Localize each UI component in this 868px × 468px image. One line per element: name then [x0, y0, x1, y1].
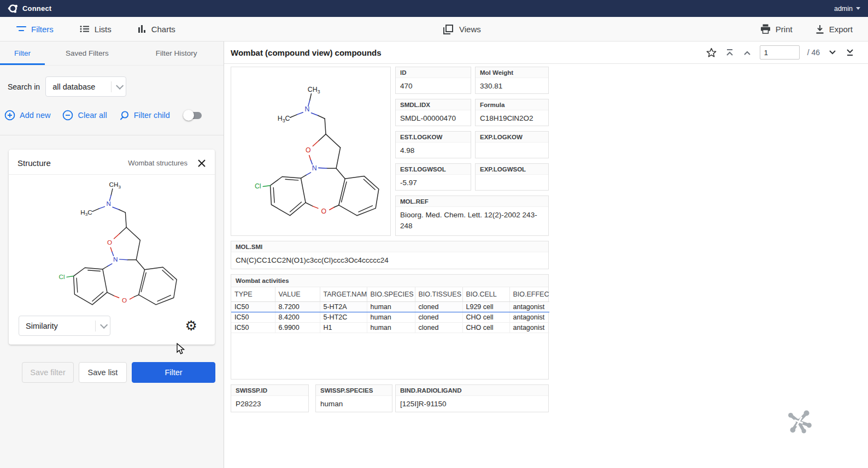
field-mol-smi: MOL.SMI CN(C)CC1CC2N(O1)c3cc(Cl)ccc3Oc4c… [231, 241, 549, 269]
toolbar-filters-label: Filters [31, 25, 54, 34]
search-in-label: Search in [8, 82, 40, 91]
gear-icon[interactable]: ⚙ [185, 319, 197, 333]
chevron-down-icon [100, 321, 108, 328]
toolbar-views[interactable]: Views [443, 17, 481, 42]
user-caret-icon [856, 7, 860, 10]
tab-filter[interactable]: Filter [0, 42, 45, 65]
activities-title: Wombat activities [231, 275, 548, 287]
user-name: admin [834, 5, 853, 13]
filter-button[interactable]: Filter [132, 362, 215, 383]
activities-table: TYPE VALUE TARGET.NAME BIO.SPECIES BIO.T… [231, 287, 549, 333]
prev-page-icon[interactable] [742, 49, 752, 56]
compound-structure-image[interactable] [231, 67, 391, 236]
field-est-logkow: EST.LOGKOW 4.98 [395, 131, 471, 158]
database-select-value: all database [52, 82, 95, 91]
tab-saved-filters[interactable]: Saved Filters [51, 42, 123, 65]
clear-all-label: Clear all [78, 111, 107, 120]
table-row[interactable]: IC506.9900 H1human clonedCHO cell antago… [231, 323, 549, 333]
structure-card-title: Structure [17, 158, 51, 168]
filter-child-toggle[interactable] [183, 110, 203, 121]
main-toolbar: Filters Lists Charts Views [0, 17, 868, 42]
field-swissp-species: SWISSP.SPECIES human [315, 384, 392, 412]
field-swissp-id: SWISSP.ID P28223 [231, 384, 309, 412]
filters-icon [16, 25, 26, 33]
page-total: / 46 [807, 48, 820, 57]
connect-logo-icon [8, 3, 18, 14]
brand-label: Connect [22, 4, 51, 13]
sidebar-tabs: Filter Saved Filters Filter History [0, 42, 224, 66]
similarity-select-value: Similarity [26, 322, 58, 330]
toolbar-charts-label: Charts [151, 25, 175, 34]
user-menu[interactable]: admin [834, 5, 860, 13]
compound-detail: ID 470 Mol Weight 330.81 SMDL.IDX SMDL-0… [224, 64, 868, 468]
page-number-input[interactable] [760, 45, 800, 60]
filter-child-button[interactable]: Filter child [119, 110, 170, 121]
star-icon[interactable] [706, 47, 717, 58]
field-bind-radioligand: BIND.RADIOLIGAND [125I]R-91150 [395, 384, 549, 412]
print-icon [760, 24, 771, 34]
close-icon[interactable] [197, 159, 206, 168]
toolbar-print[interactable]: Print [760, 24, 793, 34]
chemaxon-watermark-icon [783, 405, 814, 437]
toolbar-export-label: Export [829, 25, 853, 34]
add-circle-icon [4, 110, 15, 121]
last-page-icon[interactable] [845, 48, 855, 57]
chevron-down-icon [116, 81, 124, 89]
activities-header-row: TYPE VALUE TARGET.NAME BIO.SPECIES BIO.T… [231, 287, 549, 302]
toolbar-lists[interactable]: Lists [80, 25, 112, 34]
export-icon [816, 25, 824, 34]
toolbar-filters[interactable]: Filters [16, 25, 54, 34]
field-est-logwsol: EST.LOGWSOL -5.97 [395, 163, 471, 191]
toolbar-export[interactable]: Export [816, 25, 853, 34]
similarity-select[interactable]: Similarity [19, 316, 110, 336]
toolbar-charts[interactable]: Charts [138, 25, 175, 34]
field-smdl-idx: SMDL.IDX SMDL-00000470 [395, 99, 471, 126]
views-icon [443, 24, 454, 35]
field-mol-weight: Mol Weight 330.81 [475, 67, 549, 94]
first-page-icon[interactable] [725, 48, 735, 57]
sidebar-divider [0, 135, 224, 135]
field-id: ID 470 [395, 67, 471, 94]
top-navbar: Connect admin [0, 0, 868, 17]
table-row[interactable]: IC508.7200 5-HT2Ahuman clonedL929 cell a… [231, 302, 549, 312]
field-exp-logkow: EXP.LOGKOW [475, 131, 549, 158]
database-select[interactable]: all database [45, 76, 126, 97]
toolbar-views-label: Views [459, 25, 481, 34]
filter-child-label: Filter child [134, 111, 170, 120]
structure-editor-canvas[interactable] [9, 175, 215, 312]
wombat-activities-panel: Wombat activities TYPE VALUE TARGET.NAME… [231, 274, 549, 380]
toolbar-lists-label: Lists [95, 25, 112, 34]
charts-icon [138, 25, 146, 33]
toolbar-print-label: Print [776, 25, 793, 34]
result-view: Wombat (compound view) compounds / 46 [224, 42, 868, 468]
save-filter-button[interactable]: Save filter [22, 362, 74, 383]
field-mol-ref: MOL.REF Bioorg. Med. Chem. Lett. 12(2)-2… [395, 196, 549, 236]
next-page-icon[interactable] [828, 49, 837, 56]
lists-icon [80, 25, 90, 33]
field-formula: Formula C18H19ClN2O2 [475, 99, 549, 126]
structure-filter-card: Structure Wombat structures Similarity ⚙ [9, 150, 215, 345]
clear-all-button[interactable]: Clear all [62, 110, 107, 121]
remove-circle-icon [62, 110, 73, 121]
save-list-button[interactable]: Save list [79, 362, 127, 383]
table-row[interactable]: IC508.4200 5-HT2Chuman clonedCHO cell an… [231, 312, 549, 323]
pager: / 46 [706, 45, 855, 60]
field-exp-logwsol: EXP.LOGWSOL [475, 163, 549, 191]
tab-filter-history[interactable]: Filter History [142, 42, 212, 65]
search-child-icon [119, 110, 130, 121]
brand: Connect [8, 3, 51, 14]
add-new-label: Add new [20, 111, 50, 120]
add-new-button[interactable]: Add new [4, 110, 50, 121]
structure-card-subtitle: Wombat structures [128, 159, 197, 167]
page-title: Wombat (compound view) compounds [231, 48, 382, 57]
filter-sidebar: Filter Saved Filters Filter History Sear… [0, 42, 224, 468]
